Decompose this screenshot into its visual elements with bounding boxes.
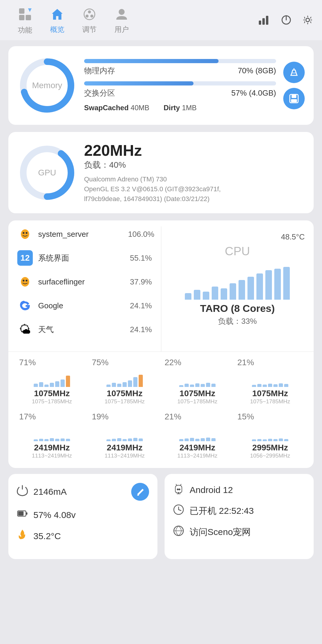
power-row: 2146mA: [17, 483, 149, 501]
swap-bar-fill: [84, 81, 193, 85]
core-mini-bar: [257, 384, 261, 387]
gpu-frequency: 220MHz: [84, 141, 305, 159]
cpu-bar: [212, 287, 218, 300]
cpu-name: TARO (8 Cores): [200, 303, 275, 314]
core-mini-bar: [279, 383, 283, 387]
process-list: system_server 106.0% 12 系统界面 55.1% surfa…: [8, 226, 161, 351]
core-mini-bar: [211, 438, 216, 441]
svg-rect-3: [26, 15, 31, 20]
process-icon: 🌤: [17, 322, 33, 337]
tab-features[interactable]: 功能: [9, 5, 41, 37]
nav-actions: [258, 15, 313, 28]
core-item: 71% 1075MHz 1075~1785MHz: [17, 358, 86, 405]
core-range: 1056~2995MHz: [250, 452, 290, 459]
tab-adjust[interactable]: 调节: [73, 5, 106, 37]
core-range: 1113~2419MHz: [177, 452, 218, 459]
adjust-icon: [83, 8, 96, 23]
process-icon: [17, 298, 33, 313]
tab-user[interactable]: 用户: [106, 5, 138, 37]
core-mini-bar: [61, 379, 65, 387]
user-icon: [115, 8, 128, 23]
core-freq: 2419MHz: [179, 443, 215, 452]
core-mini-bar: [279, 438, 283, 441]
cpu-bar: [274, 269, 281, 300]
svg-point-9: [119, 9, 125, 15]
core-mini-bar: [133, 377, 137, 387]
core-mini-bar: [185, 438, 189, 441]
physical-bar-fill: [84, 59, 219, 63]
gpu-donut: GPU: [17, 143, 77, 203]
cpu-upper: system_server 106.0% 12 系统界面 55.1% surfa…: [8, 226, 314, 351]
settings-button[interactable]: [302, 15, 313, 28]
edit-button[interactable]: [131, 483, 149, 501]
core-mini-bar: [55, 381, 59, 387]
core-mini-bar: [263, 439, 267, 441]
swap-cached: SwapCached 40MB: [84, 104, 149, 112]
chart-button[interactable]: [258, 15, 270, 28]
svg-point-15: [306, 18, 309, 22]
core-range: 1075~1785MHz: [105, 398, 145, 405]
memory-donut: Memory: [17, 56, 77, 115]
overview-icon: [51, 8, 64, 23]
svg-marker-4: [52, 9, 63, 20]
process-pct: 37.9%: [128, 277, 152, 287]
gpu-load: 负载：40%: [84, 159, 305, 171]
core-mini-bar: [112, 383, 116, 387]
core-mini-bar: [133, 438, 137, 441]
core-pct: 15%: [237, 412, 254, 421]
cpu-bar: [203, 292, 209, 300]
core-mini-chart: [106, 369, 143, 387]
adjust-label: 调节: [82, 25, 97, 34]
process-icon: 12: [17, 250, 33, 266]
memory-label: Memory: [32, 81, 62, 90]
user-label: 用户: [114, 25, 129, 34]
physical-stat-label: 物理内存 70% (8GB): [84, 66, 276, 76]
core-mini-bar: [273, 439, 278, 441]
swap-memory-row: 交换分区 57% (4.0GB): [84, 81, 276, 98]
cpu-bar: [230, 283, 236, 300]
core-mini-chart: [252, 423, 288, 441]
core-mini-chart: [106, 423, 143, 441]
save-memory-button[interactable]: [283, 88, 305, 109]
clean-memory-button[interactable]: [283, 62, 305, 83]
process-pct: 106.0%: [128, 230, 152, 239]
power-icon: [17, 485, 28, 499]
core-mini-bar: [206, 383, 210, 387]
process-item: system_server 106.0%: [17, 226, 152, 242]
core-item: 22% 1075MHz 1075~1785MHz: [163, 358, 232, 405]
scene-icon: [173, 525, 184, 539]
core-mini-chart: [34, 369, 70, 387]
core-mini-bar: [117, 384, 121, 387]
uptime-row: 已开机 22:52:43: [173, 504, 305, 518]
bottom-row: 2146mA 57% 4.08v 35.2°C: [0, 474, 322, 566]
core-mini-bar: [284, 439, 288, 441]
process-pct: 24.1%: [128, 301, 152, 310]
core-mini-bar: [273, 384, 278, 387]
swap-stat-label: 交换分区 57% (4.0GB): [84, 88, 276, 98]
svg-point-27: [21, 277, 29, 287]
core-freq: 1075MHz: [107, 389, 143, 398]
core-mini-bar: [284, 384, 288, 387]
core-range: 1113~2419MHz: [32, 452, 72, 459]
cpu-bar: [265, 270, 272, 300]
power-button[interactable]: [281, 15, 292, 28]
core-mini-bar: [185, 384, 189, 387]
core-mini-bar: [139, 438, 143, 441]
battery-icon: [17, 508, 28, 522]
core-item: 21% 2419MHz 1113~2419MHz: [163, 412, 232, 459]
core-mini-bar: [179, 439, 183, 441]
process-name: 天气: [38, 324, 123, 335]
memory-stats: 物理内存 70% (8GB) 交换分区 57% (4.0GB): [84, 59, 276, 112]
core-mini-bar: [252, 439, 256, 441]
svg-point-24: [21, 229, 29, 239]
tab-overview[interactable]: 概览: [41, 5, 73, 37]
memory-actions: [283, 62, 305, 109]
svg-rect-2: [19, 15, 24, 20]
core-mini-bar: [190, 385, 194, 387]
core-item: 15% 2995MHz 1056~2995MHz: [236, 412, 305, 459]
core-mini-bar: [66, 439, 70, 441]
core-mini-bar: [55, 439, 59, 441]
android-icon: [173, 483, 184, 497]
svg-rect-11: [262, 18, 265, 25]
cpu-bar: [283, 267, 290, 300]
